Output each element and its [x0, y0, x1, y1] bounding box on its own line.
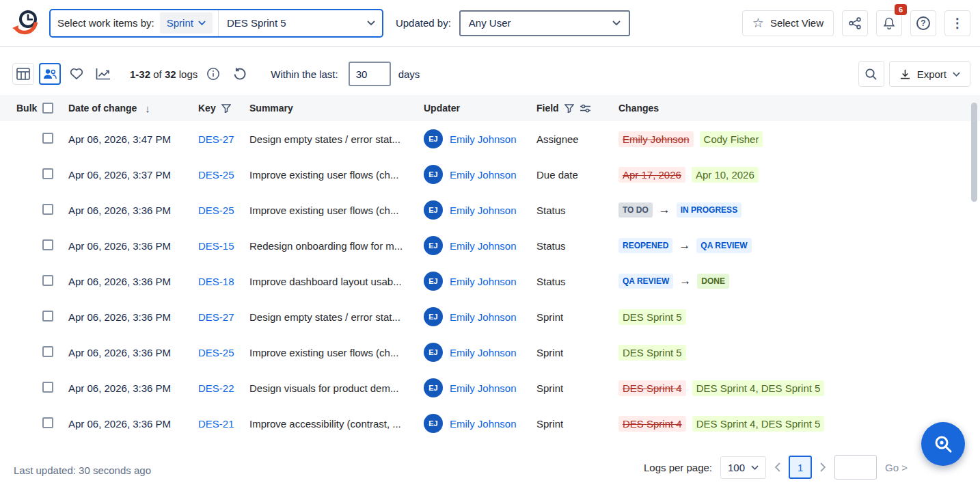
avatar: EJ: [424, 414, 443, 433]
row-field: Sprint: [536, 418, 618, 430]
last-updated-text: Last updated: 30 seconds ago: [14, 464, 151, 476]
row-bulk-cell: [16, 239, 68, 252]
chart-view-button[interactable]: [92, 63, 114, 85]
table-icon: [16, 68, 30, 80]
row-updater-link[interactable]: EJ Emily Johnson: [424, 378, 536, 397]
row-bulk-cell: [16, 133, 68, 146]
prev-page-button[interactable]: [774, 462, 780, 472]
table-row: Apr 06, 2026, 3:36 PM DES-27 Design empt…: [0, 299, 980, 335]
row-key-link[interactable]: DES-27: [198, 311, 234, 323]
select-view-button[interactable]: ☆ Select View: [742, 10, 834, 36]
col-key[interactable]: Key: [198, 103, 249, 114]
avatar: EJ: [424, 200, 443, 220]
logs-per-page-select[interactable]: 100: [720, 456, 766, 479]
row-field: Status: [536, 276, 618, 287]
export-label: Export: [917, 68, 947, 80]
share-icon: [849, 17, 861, 29]
row-checkbox[interactable]: [42, 204, 53, 215]
avatar: EJ: [424, 343, 443, 362]
row-updater-link[interactable]: EJ Emily Johnson: [424, 129, 536, 148]
row-checkbox[interactable]: [42, 417, 53, 428]
field-settings-icon[interactable]: [580, 103, 591, 114]
notifications-button[interactable]: 6: [876, 10, 902, 36]
bell-icon: [882, 16, 896, 30]
share-button[interactable]: [842, 10, 868, 36]
row-key-link[interactable]: DES-25: [198, 347, 234, 358]
row-updater-link[interactable]: EJ Emily Johnson: [424, 236, 536, 255]
logs-of: of: [153, 68, 162, 80]
row-updater-link[interactable]: EJ Emily Johnson: [424, 343, 536, 362]
row-key-link[interactable]: DES-15: [198, 240, 234, 252]
row-updater-link[interactable]: EJ Emily Johnson: [424, 414, 536, 433]
row-checkbox[interactable]: [42, 239, 53, 250]
row-key-link[interactable]: DES-18: [198, 276, 234, 287]
notification-badge: 6: [895, 4, 907, 15]
row-key-link[interactable]: DES-25: [198, 205, 234, 216]
col-field[interactable]: Field: [536, 103, 618, 114]
table-body: Apr 06, 2026, 3:47 PM DES-27 Design empt…: [0, 121, 980, 441]
sort-desc-icon[interactable]: ↓: [145, 103, 150, 114]
search-button[interactable]: [858, 61, 884, 87]
refresh-button[interactable]: [229, 63, 251, 85]
row-checkbox[interactable]: [42, 168, 53, 179]
table-view-button[interactable]: [12, 63, 34, 85]
change-arrow-icon: →: [679, 274, 691, 288]
sprint-select[interactable]: DES Sprint 5: [218, 10, 382, 36]
help-button[interactable]: ?: [910, 10, 936, 36]
row-checkbox[interactable]: [42, 133, 53, 144]
row-checkbox[interactable]: [42, 382, 53, 393]
logs-suffix: logs: [179, 68, 198, 80]
export-button[interactable]: Export: [889, 61, 970, 87]
within-days-input[interactable]: [349, 62, 391, 86]
row-key-link[interactable]: DES-22: [198, 382, 234, 394]
row-checkbox[interactable]: [42, 311, 53, 322]
select-all-checkbox[interactable]: [42, 103, 53, 114]
row-bulk-cell: [16, 382, 68, 395]
heart-view-button[interactable]: [66, 63, 87, 85]
goto-page-input[interactable]: [834, 455, 877, 480]
work-items-mode-select[interactable]: Sprint: [160, 12, 213, 34]
row-updater-link[interactable]: EJ Emily Johnson: [424, 200, 536, 220]
col-updater: Updater: [424, 103, 536, 114]
vertical-scrollbar[interactable]: [971, 103, 977, 202]
row-checkbox[interactable]: [42, 275, 53, 286]
current-page-button[interactable]: 1: [789, 456, 812, 479]
col-bulk: Bulk: [16, 103, 68, 114]
row-updater-link[interactable]: EJ Emily Johnson: [424, 165, 536, 184]
row-updater-link[interactable]: EJ Emily Johnson: [424, 307, 536, 326]
avatar: EJ: [424, 165, 443, 184]
col-date-of-change[interactable]: Date of change ↓: [68, 103, 198, 114]
filter-funnel-icon[interactable]: [564, 104, 574, 113]
next-page-button[interactable]: [820, 462, 826, 472]
app-logo-icon[interactable]: [11, 8, 41, 39]
col-summary: Summary: [249, 103, 424, 114]
updater-name: Emily Johnson: [450, 347, 517, 358]
change-badge-green-value: DONE: [697, 274, 729, 289]
updater-name: Emily Johnson: [450, 240, 517, 252]
row-summary: Design visuals for product dem...: [249, 382, 424, 394]
change-added-value: DES Sprint 5: [618, 309, 686, 325]
kebab-menu-icon: ⋮: [951, 16, 964, 29]
users-view-button[interactable]: [39, 63, 61, 85]
row-key-link[interactable]: DES-21: [198, 418, 234, 430]
within-last-label: Within the last:: [271, 68, 338, 80]
logs-per-page-label: Logs per page:: [644, 462, 712, 473]
updater-header-label: Updater: [424, 103, 460, 114]
table-row: Apr 06, 2026, 3:36 PM DES-25 Improve exi…: [0, 192, 980, 228]
table-row: Apr 06, 2026, 3:47 PM DES-27 Design empt…: [0, 121, 980, 157]
chevron-right-icon: [820, 462, 826, 472]
row-field: Sprint: [536, 382, 618, 394]
row-checkbox[interactable]: [42, 346, 53, 357]
search-fab-button[interactable]: [921, 422, 965, 466]
updated-by-select[interactable]: Any User: [459, 10, 630, 36]
row-updater-link[interactable]: EJ Emily Johnson: [424, 272, 536, 291]
go-button[interactable]: Go >: [885, 462, 908, 473]
filter-funnel-icon[interactable]: [221, 104, 231, 113]
row-key-link[interactable]: DES-27: [198, 133, 234, 145]
heart-icon: [70, 68, 83, 80]
row-key-link[interactable]: DES-25: [198, 169, 234, 181]
info-button[interactable]: [202, 63, 224, 85]
row-date: Apr 06, 2026, 3:47 PM: [68, 133, 198, 145]
change-badge-blue-value: QA REVIEW: [696, 238, 751, 253]
more-menu-button[interactable]: ⋮: [944, 10, 970, 36]
